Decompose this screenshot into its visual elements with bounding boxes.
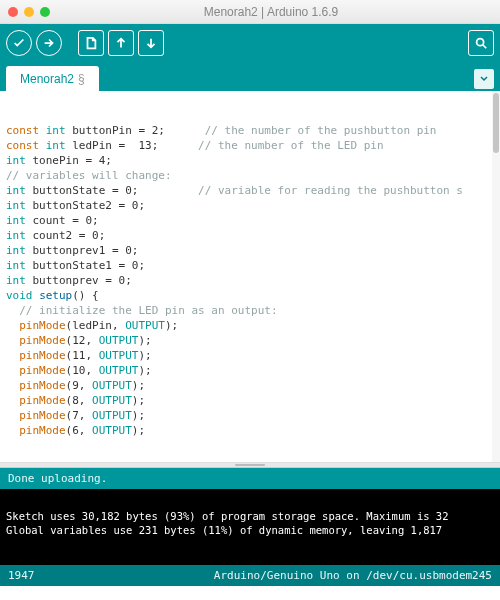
code-line: pinMode(9, OUTPUT);	[6, 378, 494, 393]
line-number: 1947	[8, 569, 35, 582]
code-line: int buttonState = 0; // variable for rea…	[6, 183, 494, 198]
code-line: pinMode(ledPin, OUTPUT);	[6, 318, 494, 333]
window-controls	[8, 7, 50, 17]
titlebar: Menorah2 | Arduino 1.6.9	[0, 0, 500, 24]
upload-button[interactable]	[36, 30, 62, 56]
status-message: Done uploading.	[8, 472, 107, 485]
open-button[interactable]	[108, 30, 134, 56]
svg-point-0	[477, 39, 484, 46]
code-line: const int buttonPin = 2; // the number o…	[6, 123, 494, 138]
tab-label: Menorah2	[20, 72, 74, 86]
verify-button[interactable]	[6, 30, 32, 56]
code-line: int buttonprev = 0;	[6, 273, 494, 288]
code-line: int tonePin = 4;	[6, 153, 494, 168]
tab-modified-indicator: §	[78, 72, 85, 86]
tab-sketch[interactable]: Menorah2 §	[6, 66, 99, 91]
code-line: int buttonprev1 = 0;	[6, 243, 494, 258]
tab-menu-button[interactable]	[474, 69, 494, 89]
close-icon[interactable]	[8, 7, 18, 17]
code-line: void setup() {	[6, 288, 494, 303]
console-line: Global variables use 231 bytes (11%) of …	[6, 523, 494, 537]
code-line: const int ledPin = 13; // the number of …	[6, 138, 494, 153]
serial-monitor-button[interactable]	[468, 30, 494, 56]
code-line: int buttonState2 = 0;	[6, 198, 494, 213]
code-line: int count = 0;	[6, 213, 494, 228]
footer-bar: 1947 Arduino/Genuino Uno on /dev/cu.usbm…	[0, 565, 500, 586]
code-line: // variables will change:	[6, 168, 494, 183]
code-line: // initialize the LED pin as an output:	[6, 303, 494, 318]
maximize-icon[interactable]	[40, 7, 50, 17]
code-line: pinMode(10, OUTPUT);	[6, 363, 494, 378]
code-line: pinMode(12, OUTPUT);	[6, 333, 494, 348]
save-button[interactable]	[138, 30, 164, 56]
window-title: Menorah2 | Arduino 1.6.9	[50, 5, 492, 19]
new-button[interactable]	[78, 30, 104, 56]
minimize-icon[interactable]	[24, 7, 34, 17]
code-line: pinMode(11, OUTPUT);	[6, 348, 494, 363]
code-line: pinMode(6, OUTPUT);	[6, 423, 494, 438]
status-bar: Done uploading.	[0, 468, 500, 489]
tab-bar: Menorah2 §	[0, 62, 500, 91]
console-output[interactable]: Sketch uses 30,182 bytes (93%) of progra…	[0, 489, 500, 565]
code-editor[interactable]: const int buttonPin = 2; // the number o…	[0, 91, 500, 462]
code-line: pinMode(7, OUTPUT);	[6, 408, 494, 423]
toolbar	[0, 24, 500, 62]
board-info: Arduino/Genuino Uno on /dev/cu.usbmodem2…	[214, 569, 492, 582]
code-line: int buttonState1 = 0;	[6, 258, 494, 273]
console-line: Sketch uses 30,182 bytes (93%) of progra…	[6, 509, 494, 523]
editor-scrollbar[interactable]	[492, 91, 500, 462]
code-line: pinMode(8, OUTPUT);	[6, 393, 494, 408]
code-line: int count2 = 0;	[6, 228, 494, 243]
